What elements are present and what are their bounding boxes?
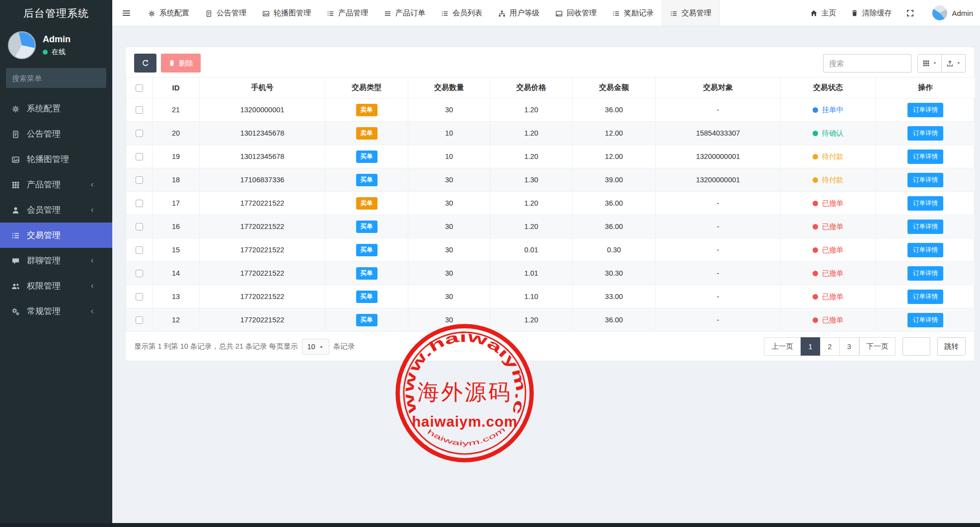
status-badge: 待确认 bbox=[813, 129, 844, 138]
order-detail-button[interactable]: 订单详情 bbox=[907, 266, 943, 281]
top-navbar: 系统配置 公告管理 轮播图管理 产品管理 产品订单 bbox=[112, 0, 980, 26]
row-checkbox[interactable] bbox=[136, 270, 143, 277]
cell-target: - bbox=[656, 215, 781, 238]
status-badge: 已撤单 bbox=[813, 199, 844, 208]
image-icon bbox=[262, 8, 274, 17]
row-checkbox[interactable] bbox=[136, 130, 143, 137]
tab-label: 产品订单 bbox=[395, 8, 425, 18]
row-checkbox[interactable] bbox=[136, 106, 143, 114]
cell-amount: 36.00 bbox=[573, 215, 656, 238]
sidebar-item[interactable]: 产品管理 bbox=[0, 172, 112, 197]
jump-page-input[interactable] bbox=[903, 337, 930, 356]
user-icon bbox=[11, 205, 27, 215]
menu-toggle-button[interactable] bbox=[112, 0, 140, 26]
row-checkbox[interactable] bbox=[136, 316, 143, 324]
jump-button[interactable]: 跳转 bbox=[937, 337, 966, 356]
chevron-left-icon bbox=[89, 207, 95, 213]
status-badge: 已撤单 bbox=[813, 315, 844, 325]
toolbar-right bbox=[823, 54, 966, 73]
table-row: 18 17106837336 买单 30 1.30 39.00 13200000… bbox=[126, 168, 976, 192]
page-button[interactable]: 1 bbox=[801, 337, 821, 356]
sidebar-item[interactable]: 会员管理 bbox=[0, 197, 112, 223]
topnav-tab[interactable]: 轮播图管理 bbox=[254, 0, 319, 26]
delete-button[interactable]: 删除 bbox=[161, 54, 201, 73]
topnav-tab[interactable]: 系统配置 bbox=[140, 0, 197, 26]
table-search-input[interactable] bbox=[823, 54, 911, 73]
sidebar-item[interactable]: 轮播图管理 bbox=[0, 147, 112, 172]
order-detail-button[interactable]: 订单详情 bbox=[907, 243, 943, 257]
status-dot-icon bbox=[813, 154, 818, 159]
page-button[interactable]: 2 bbox=[820, 337, 840, 356]
topnav-tab[interactable]: 产品订单 bbox=[376, 0, 433, 26]
row-checkbox[interactable] bbox=[136, 153, 143, 160]
file-icon bbox=[11, 129, 27, 139]
row-checkbox[interactable] bbox=[136, 176, 143, 184]
topnav-tab[interactable]: 交易管理 bbox=[662, 0, 720, 26]
cell-amount: 0.30 bbox=[573, 238, 656, 262]
columns-toggle-button[interactable] bbox=[917, 54, 942, 73]
table-row: 16 17720221522 买单 30 1.20 36.00 - 已撤单 bbox=[126, 215, 976, 238]
topnav-tab[interactable]: 产品管理 bbox=[319, 0, 376, 26]
sidebar-menu: 系统配置 公告管理 轮播图管理 产品管理 bbox=[0, 96, 112, 324]
row-checkbox[interactable] bbox=[136, 200, 143, 207]
cell-price: 1.20 bbox=[490, 98, 573, 122]
sidebar-item-label: 常规管理 bbox=[27, 305, 61, 317]
navbar-avatar[interactable] bbox=[932, 5, 947, 20]
cell-phone: 17720221522 bbox=[200, 262, 325, 285]
export-button[interactable] bbox=[941, 54, 966, 73]
sidebar-item[interactable]: 系统配置 bbox=[0, 96, 112, 121]
cell-target: - bbox=[656, 98, 781, 122]
sidebar-item-label: 群聊管理 bbox=[27, 255, 61, 266]
next-page-button[interactable]: 下一页 bbox=[859, 337, 896, 356]
row-checkbox[interactable] bbox=[136, 293, 143, 301]
topnav-tab[interactable]: 奖励记录 bbox=[604, 0, 662, 26]
topnav-tab[interactable]: 用户等级 bbox=[490, 0, 547, 26]
page-size-dropdown[interactable]: 10 bbox=[302, 339, 329, 355]
table-header-row: ID手机号交易类型交易数量交易价格交易金额交易对象交易状态操作 bbox=[126, 77, 976, 98]
column-header: 操作 bbox=[876, 77, 976, 98]
table-row: 21 13200000001 卖单 30 1.20 36.00 - 挂单中 bbox=[126, 98, 976, 122]
prev-page-button[interactable]: 上一页 bbox=[764, 337, 801, 356]
trade-type-badge: 买单 bbox=[356, 151, 377, 163]
sidebar-item[interactable]: 权限管理 bbox=[0, 273, 112, 299]
row-checkbox[interactable] bbox=[136, 246, 143, 254]
topnav-tab[interactable]: 回收管理 bbox=[547, 0, 604, 26]
sidebar-item[interactable]: 交易管理 bbox=[0, 223, 112, 248]
data-card: 删除 bbox=[125, 47, 975, 361]
navbar-username[interactable]: Admin bbox=[952, 9, 973, 17]
select-all-checkbox[interactable] bbox=[136, 84, 143, 92]
topnav-tab[interactable]: 会员列表 bbox=[433, 0, 490, 26]
row-checkbox[interactable] bbox=[136, 223, 143, 230]
page-button[interactable]: 3 bbox=[839, 337, 859, 356]
users-icon bbox=[11, 281, 27, 291]
order-detail-button[interactable]: 订单详情 bbox=[907, 196, 943, 211]
order-detail-button[interactable]: 订单详情 bbox=[907, 103, 943, 117]
fullscreen-button[interactable] bbox=[906, 9, 917, 17]
order-detail-button[interactable]: 订单详情 bbox=[907, 220, 943, 234]
home-icon bbox=[810, 9, 818, 17]
sidebar-item[interactable]: 公告管理 bbox=[0, 121, 112, 147]
cell-quantity: 30 bbox=[408, 168, 490, 192]
sidebar-search-input[interactable] bbox=[12, 74, 111, 82]
order-detail-button[interactable]: 订单详情 bbox=[907, 313, 943, 327]
order-detail-button[interactable]: 订单详情 bbox=[907, 150, 943, 164]
topnav-tab[interactable]: 公告管理 bbox=[197, 0, 254, 26]
trade-type-badge: 买单 bbox=[356, 221, 377, 233]
sidebar-item[interactable]: 群聊管理 bbox=[0, 248, 112, 273]
status-label: 待付款 bbox=[822, 152, 844, 161]
tab-label: 轮播图管理 bbox=[274, 8, 311, 18]
order-detail-button[interactable]: 订单详情 bbox=[907, 290, 943, 304]
chat-icon bbox=[11, 256, 27, 266]
cell-amount: 12.00 bbox=[573, 122, 656, 145]
order-detail-button[interactable]: 订单详情 bbox=[907, 126, 943, 141]
sidebar-item[interactable]: 常规管理 bbox=[0, 299, 112, 324]
home-link[interactable]: 主页 bbox=[810, 8, 836, 18]
cell-quantity: 30 bbox=[408, 238, 490, 262]
topnav-tabs: 系统配置 公告管理 轮播图管理 产品管理 产品订单 bbox=[140, 0, 720, 26]
column-header: 交易状态 bbox=[781, 77, 876, 98]
cell-price: 0.01 bbox=[490, 238, 573, 262]
trade-type-badge: 卖单 bbox=[356, 104, 377, 116]
refresh-button[interactable] bbox=[134, 54, 156, 73]
order-detail-button[interactable]: 订单详情 bbox=[907, 173, 943, 187]
clear-cache-link[interactable]: 清除缓存 bbox=[851, 8, 892, 18]
